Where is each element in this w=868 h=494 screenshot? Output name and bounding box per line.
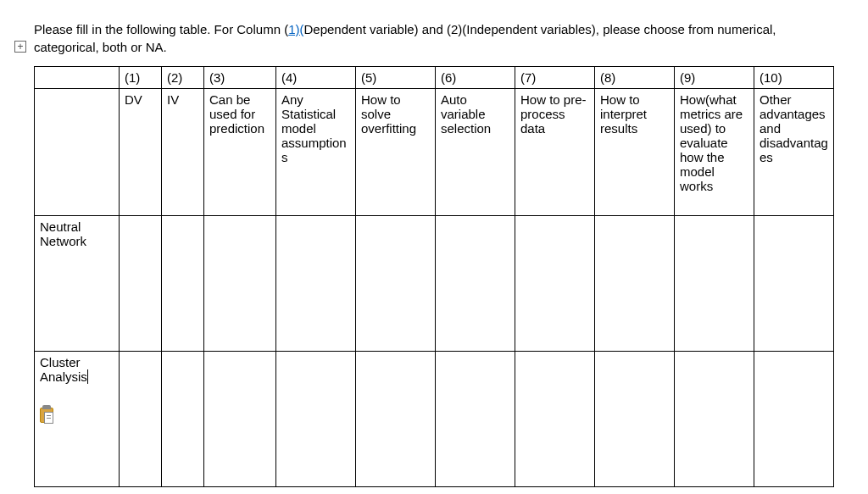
data-cell[interactable] [276,352,356,487]
data-cell[interactable] [162,352,204,487]
col-label: Any Statistical model assumptions [276,89,356,216]
method-cell[interactable]: Cluster Analysis [35,352,120,487]
data-cell[interactable] [436,352,515,487]
col-num: (9) [675,67,754,89]
col-num: (1) [120,67,162,89]
instruction-text: Please fill in the following table. For … [34,20,834,56]
col-label: DV [120,89,162,216]
paste-options-icon[interactable] [40,408,55,425]
col-label: How(what metrics are used) to evaluate h… [675,89,754,216]
instruction-prefix: Please fill in the following table. For … [34,22,288,36]
col-num: (6) [436,67,515,89]
col-num: (7) [515,67,595,89]
col-label: IV [162,89,204,216]
column-number-row: (1) (2) (3) (4) (5) (6) (7) (8) (9) (10) [35,67,834,89]
data-cell[interactable] [595,216,675,352]
data-cell[interactable] [204,352,276,487]
main-table: (1) (2) (3) (4) (5) (6) (7) (8) (9) (10)… [34,66,834,487]
data-cell[interactable] [436,216,515,352]
method-cell-label: Cluster Analysis [40,355,88,384]
data-cell[interactable] [754,352,834,487]
data-cell[interactable] [356,352,436,487]
col-num: (3) [204,67,276,89]
column-label-row: DV IV Can be used for prediction Any Sta… [35,89,834,216]
col-label: Can be used for prediction [204,89,276,216]
data-cell[interactable] [204,216,276,352]
header-blank [35,67,120,89]
data-cell[interactable] [120,352,162,487]
data-cell[interactable] [675,352,754,487]
data-cell[interactable] [595,352,675,487]
col-num: (2) [162,67,204,89]
data-cell[interactable] [162,216,204,352]
method-cell[interactable]: Neutral Network [35,216,120,352]
col-num: (10) [754,67,834,89]
col-num: (4) [276,67,356,89]
outline-expand-icon[interactable]: + [14,41,26,53]
col-num: (8) [595,67,675,89]
data-cell[interactable] [515,216,595,352]
data-cell[interactable] [276,216,356,352]
col-label: Auto variable selection [436,89,515,216]
data-cell[interactable] [515,352,595,487]
data-cell[interactable] [754,216,834,352]
col-num: (5) [356,67,436,89]
col-label: How to solve overfitting [356,89,436,216]
data-cell[interactable] [120,216,162,352]
col-label: How to pre-process data [515,89,595,216]
header-blank [35,89,120,216]
col-label: Other advantages and disadvantages [754,89,834,216]
table-row: Cluster Analysis [35,352,834,487]
data-cell[interactable] [356,216,436,352]
instruction-link[interactable]: 1)( [288,22,303,36]
col-label: How to interpret results [595,89,675,216]
data-cell[interactable] [675,216,754,352]
table-row: Neutral Network [35,216,834,352]
